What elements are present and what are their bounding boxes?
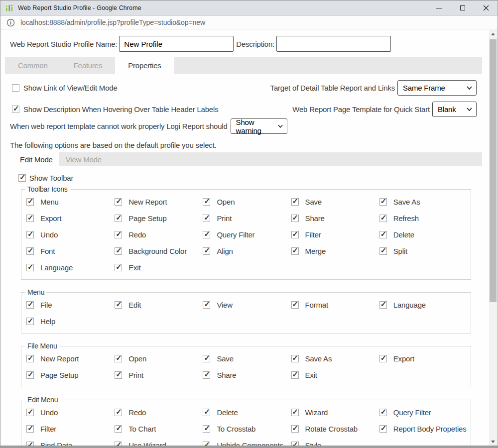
checkbox[interactable] [203,198,210,206]
checkbox[interactable] [379,425,387,433]
checkbox[interactable] [379,301,387,309]
checkbox[interactable] [203,215,210,222]
checkbox-item-new-report[interactable]: New Report [25,350,114,367]
checkbox[interactable] [291,247,299,255]
vertical-scrollbar[interactable] [489,30,497,446]
checkbox[interactable] [115,371,122,379]
scrollbar-thumb[interactable] [490,39,497,302]
checkbox-item-to-crosstab[interactable]: To Crosstab [202,421,290,437]
checkbox[interactable] [26,442,34,446]
checkbox[interactable] [291,409,299,416]
checkbox[interactable] [379,215,387,222]
checkbox-item-filter[interactable]: Filter [25,421,114,437]
checkbox[interactable] [379,198,387,206]
checkbox-item-refresh[interactable]: Refresh [378,210,467,226]
checkbox[interactable] [379,355,387,362]
checkbox[interactable] [115,355,122,362]
page-info-icon[interactable] [6,18,15,27]
checkbox[interactable] [26,355,34,362]
checkbox[interactable] [291,198,299,206]
show-description-checkbox-item[interactable]: Show Description When Hovering Over Tabl… [12,105,218,113]
checkbox-item-query-filter[interactable]: Query Filter [378,404,467,421]
checkbox-item-wizard[interactable]: Wizard [290,404,378,421]
checkbox-item-filter[interactable]: Filter [290,226,378,243]
checkbox[interactable] [115,215,122,222]
checkbox-item-menu[interactable]: Menu [25,194,114,210]
checkbox-item-background-color[interactable]: Background Color [114,243,202,259]
checkbox-item-undo[interactable]: Undo [25,226,114,243]
checkbox-item-share[interactable]: Share [202,367,290,383]
checkbox[interactable] [291,442,299,446]
checkbox-item-file[interactable]: File [25,297,114,313]
checkbox-item-page-setup[interactable]: Page Setup [25,367,114,383]
checkbox[interactable] [115,425,122,433]
checkbox[interactable] [291,301,299,309]
checkbox-item-redo[interactable]: Redo [114,226,202,243]
checkbox-item-view[interactable]: View [202,297,290,313]
checkbox[interactable] [26,318,34,325]
show-link-checkbox-item[interactable]: Show Link of View/Edit Mode [12,84,118,92]
tab-features[interactable]: Features [61,57,116,74]
tab-edit-mode[interactable]: Edit Mode [13,152,59,166]
checkbox[interactable] [203,371,210,379]
description-input[interactable] [276,36,391,52]
target-select[interactable]: Same Frame [397,80,477,96]
checkbox[interactable] [115,409,122,416]
checkbox-item-font[interactable]: Font [25,243,114,259]
checkbox-item-language[interactable]: Language [25,259,114,276]
show-toolbar-checkbox-item[interactable]: Show Toolbar [18,174,489,182]
checkbox[interactable] [26,231,34,238]
checkbox[interactable] [203,247,210,255]
checkbox[interactable] [203,442,210,446]
checkbox[interactable] [26,264,34,271]
checkbox-item-save[interactable]: Save [202,350,290,367]
checkbox[interactable] [26,198,34,206]
checkbox-item-open[interactable]: Open [114,350,202,367]
checkbox-item-unhide-components[interactable]: Unhide Components [202,437,290,446]
checkbox[interactable] [115,442,122,446]
checkbox[interactable] [379,409,387,416]
checkbox[interactable] [379,247,387,255]
checkbox-item-query-filter[interactable]: Query Filter [202,226,290,243]
checkbox-item-redo[interactable]: Redo [114,404,202,421]
template-select[interactable]: Blank [432,102,477,117]
profile-name-input[interactable] [119,36,234,52]
checkbox[interactable] [26,301,34,309]
checkbox-item-to-chart[interactable]: To Chart [114,421,202,437]
checkbox[interactable] [12,84,19,92]
checkbox[interactable] [203,231,210,238]
checkbox-item-share[interactable]: Share [290,210,378,226]
checkbox-item-save-as[interactable]: Save As [378,194,467,210]
checkbox[interactable] [203,301,210,309]
maximize-button[interactable] [451,0,474,15]
checkbox-item-save[interactable]: Save [290,194,378,210]
checkbox-item-open[interactable]: Open [202,194,290,210]
checkbox[interactable] [26,425,34,433]
checkbox-item-style[interactable]: Style [290,437,378,446]
checkbox[interactable] [115,231,122,238]
checkbox-item-export[interactable]: Export [378,350,467,367]
checkbox[interactable] [379,231,387,238]
tab-view-mode[interactable]: View Mode [59,152,108,166]
checkbox-item-merge[interactable]: Merge [290,243,378,259]
close-button[interactable] [474,0,498,15]
checkbox-item-use-wizard[interactable]: Use Wizard [114,437,202,446]
checkbox[interactable] [26,409,34,416]
url-text[interactable]: localhost:8888/admin/profile.jsp?profile… [20,18,205,26]
scroll-down-button[interactable] [489,438,497,446]
checkbox[interactable] [203,409,210,416]
checkbox[interactable] [18,174,26,182]
checkbox-item-exit[interactable]: Exit [290,367,378,383]
checkbox-item-bind-data[interactable]: Bind Data [25,437,114,446]
checkbox[interactable] [291,355,299,362]
checkbox[interactable] [12,106,19,113]
checkbox-item-align[interactable]: Align [202,243,290,259]
checkbox-item-save-as[interactable]: Save As [290,350,378,367]
checkbox[interactable] [291,215,299,222]
checkbox[interactable] [26,371,34,379]
minimize-button[interactable] [427,0,451,15]
checkbox-item-new-report[interactable]: New Report [114,194,202,210]
checkbox-item-print[interactable]: Print [202,210,290,226]
checkbox[interactable] [115,301,122,309]
checkbox-item-report-body-propeties[interactable]: Report Body Propeties [378,421,467,437]
